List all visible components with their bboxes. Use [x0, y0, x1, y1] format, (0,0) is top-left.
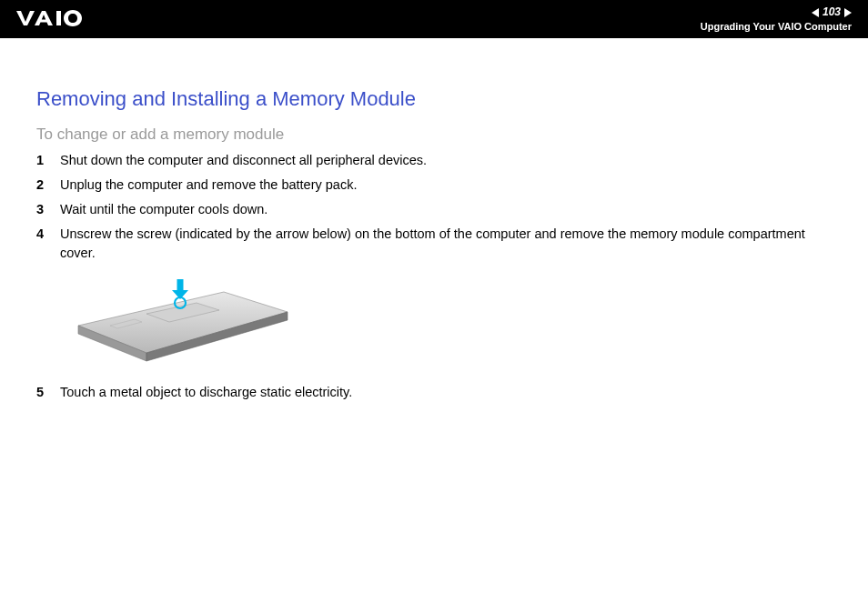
steps-list: 1 Shut down the computer and disconnect … [36, 151, 835, 402]
step-item: 4 Unscrew the screw (indicated by the ar… [36, 225, 835, 263]
svg-rect-2 [177, 279, 184, 291]
section-name: Upgrading Your VAIO Computer [701, 20, 852, 33]
page-number: 103 [823, 5, 841, 20]
header-right: 103 Upgrading Your VAIO Computer [701, 5, 852, 33]
step-text: Unscrew the screw (indicated by the arro… [60, 225, 835, 263]
page-navigation: 103 [701, 5, 852, 20]
page-header: 103 Upgrading Your VAIO Computer [0, 0, 868, 38]
page-title: Removing and Installing a Memory Module [36, 87, 835, 111]
next-page-arrow-icon[interactable] [844, 8, 852, 17]
step-number: 5 [36, 383, 60, 402]
step-text: Unplug the computer and remove the batte… [60, 176, 835, 195]
arrow-down-icon [172, 279, 188, 299]
vaio-logo [16, 10, 100, 28]
step-text: Touch a metal object to discharge static… [60, 383, 835, 402]
page-content: Removing and Installing a Memory Module … [0, 38, 868, 402]
illustration-row [36, 268, 835, 377]
step-item: 2 Unplug the computer and remove the bat… [36, 176, 835, 195]
prev-page-arrow-icon[interactable] [812, 8, 819, 17]
page-subtitle: To change or add a memory module [36, 126, 835, 144]
step-number: 3 [36, 200, 60, 219]
step-text: Shut down the computer and disconnect al… [60, 151, 835, 170]
laptop-bottom-illustration [60, 276, 297, 372]
step-item: 1 Shut down the computer and disconnect … [36, 151, 835, 170]
step-number: 1 [36, 151, 60, 170]
step-number: 2 [36, 176, 60, 195]
step-number: 4 [36, 225, 60, 244]
step-item: 3 Wait until the computer cools down. [36, 200, 835, 219]
svg-rect-0 [56, 11, 61, 25]
step-item: 5 Touch a metal object to discharge stat… [36, 383, 835, 402]
step-text: Wait until the computer cools down. [60, 200, 835, 219]
